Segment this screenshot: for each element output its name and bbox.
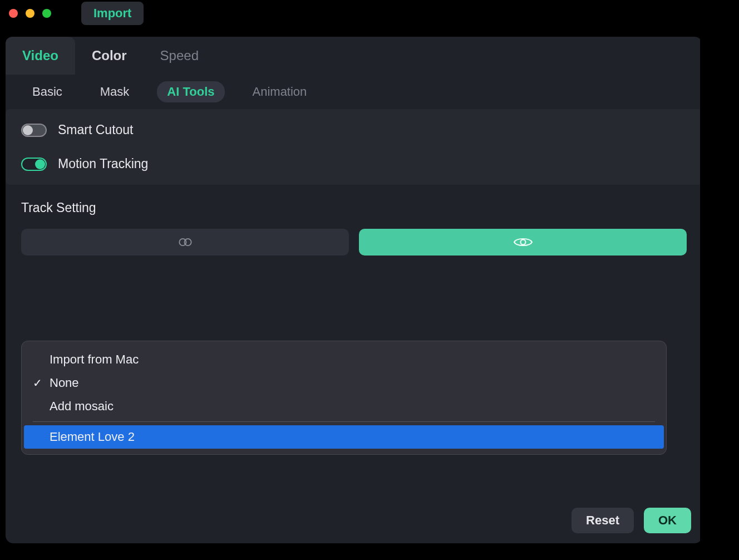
- tab-speed[interactable]: Speed: [144, 37, 215, 75]
- dropdown-item-label: Add mosaic: [50, 399, 114, 414]
- smart-cutout-label: Smart Cutout: [58, 122, 134, 137]
- dropdown-item-label: Import from Mac: [50, 352, 139, 367]
- tab-color[interactable]: Color: [75, 37, 144, 75]
- checkmark-icon: ✓: [33, 376, 42, 390]
- motion-tracking-label: Motion Tracking: [58, 156, 148, 171]
- subtab-basic[interactable]: Basic: [22, 81, 72, 102]
- smart-cutout-row: Smart Cutout: [21, 122, 687, 137]
- titlebar: Import: [0, 0, 739, 27]
- motion-tracking-toggle[interactable]: [21, 158, 47, 171]
- track-mode-hidden-button[interactable]: [21, 229, 349, 256]
- link-element-dropdown[interactable]: Import from Mac ✓ None Add mosaic Elemen…: [21, 341, 667, 455]
- reset-button[interactable]: Reset: [572, 508, 634, 533]
- dropdown-item-import-from-mac[interactable]: Import from Mac: [22, 348, 666, 371]
- smart-cutout-toggle[interactable]: [21, 124, 47, 137]
- footer-buttons: Reset OK: [6, 508, 702, 533]
- dropdown-item-label: None: [50, 376, 79, 390]
- dropdown-item-label: Element Love 2: [50, 430, 135, 444]
- tab-video[interactable]: Video: [6, 37, 75, 75]
- maximize-window-button[interactable]: [42, 9, 51, 18]
- window-controls: [9, 9, 51, 18]
- link-icon: [176, 237, 194, 248]
- dropdown-item-add-mosaic[interactable]: Add mosaic: [22, 395, 666, 418]
- motion-tracking-row: Motion Tracking: [21, 156, 687, 171]
- sub-tabs: Basic Mask AI Tools Animation: [6, 75, 702, 109]
- window-right-gutter: [700, 0, 739, 560]
- track-mode-buttons: [21, 229, 687, 256]
- close-window-button[interactable]: [9, 9, 18, 18]
- dropdown-item-none[interactable]: ✓ None: [22, 371, 666, 395]
- subtab-animation[interactable]: Animation: [243, 81, 317, 102]
- inspector-panel: Video Color Speed Basic Mask AI Tools An…: [6, 37, 702, 543]
- svg-point-1: [184, 239, 191, 245]
- ai-tools-section: Smart Cutout Motion Tracking: [6, 109, 702, 185]
- top-tabs: Video Color Speed: [6, 37, 702, 75]
- subtab-ai-tools[interactable]: AI Tools: [157, 81, 224, 102]
- subtab-mask[interactable]: Mask: [90, 81, 140, 102]
- svg-point-2: [520, 240, 525, 245]
- import-button[interactable]: Import: [81, 2, 144, 25]
- minimize-window-button[interactable]: [26, 9, 35, 18]
- eye-icon: [513, 235, 533, 249]
- dropdown-separator: [33, 421, 655, 422]
- track-setting-label: Track Setting: [21, 200, 687, 215]
- dropdown-item-element-love-2[interactable]: Element Love 2: [24, 425, 664, 449]
- track-mode-visible-button[interactable]: [359, 229, 687, 256]
- track-setting-block: Track Setting: [6, 185, 702, 270]
- ok-button[interactable]: OK: [644, 508, 691, 533]
